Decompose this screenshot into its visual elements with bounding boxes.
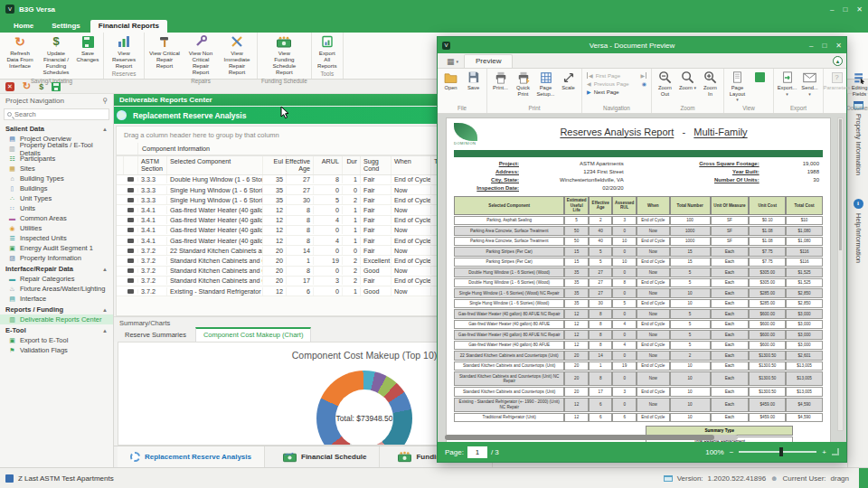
column-header[interactable]: Selected Component <box>167 156 263 174</box>
tab-financial-schedule[interactable]: Financial Schedule <box>270 446 380 467</box>
sidebar-item[interactable]: Fixture Areas/Water/Lighting <box>0 284 113 294</box>
scale-button[interactable]: Scale <box>557 70 580 92</box>
send-button[interactable]: Send... ▾ <box>798 70 821 98</box>
vertical-scrollbar[interactable] <box>837 117 844 431</box>
save-button[interactable]: Save <box>462 70 485 92</box>
info-icon: i <box>854 199 863 209</box>
open-button[interactable]: Open <box>439 70 462 92</box>
next-page-button[interactable]: ▶ Next Page <box>587 89 646 95</box>
quick-print-button[interactable]: Quick Print <box>512 70 534 98</box>
ribbon-collapse-button[interactable]: ▲ <box>833 56 843 66</box>
tab-financial-reports[interactable]: Financial Reports <box>90 20 167 33</box>
view-funding-schedule-button[interactable]: View Funding Schedule Report <box>266 33 302 77</box>
editing-fields-button[interactable]: Editing Fields <box>848 70 868 98</box>
thumbnails-toggle[interactable] <box>749 70 771 85</box>
sidebar-item[interactable]: Deliverable Reports Center <box>0 314 113 324</box>
sidebar-item[interactable]: Repair Categories <box>0 274 113 284</box>
group-tools: Export All Reports Tools <box>312 33 344 79</box>
tab-preview[interactable]: Preview <box>464 54 513 68</box>
pin-icon[interactable]: ⚲ <box>102 97 108 105</box>
current-project: Z Last ASTM Test Apartments <box>18 474 114 483</box>
section-header[interactable]: Reports / Funding ▲ <box>0 304 113 314</box>
sidebar-item[interactable]: Energy Audit Segment 1 <box>0 243 113 253</box>
sidebar-item[interactable]: Validation Flags <box>0 345 113 355</box>
tab-home[interactable]: Home <box>5 20 42 33</box>
doc-field: Gross Square Footage: 19,000 <box>624 161 823 166</box>
dollar-icon[interactable]: $ <box>39 82 43 91</box>
sidebar-item[interactable]: Inspected Units <box>0 233 113 243</box>
cell-selected-component: Single Hung Window (1 - 6 Stories)... <box>167 186 263 194</box>
refresh-data-button[interactable]: ↻ Refresh Data From Interface <box>2 33 38 70</box>
sidebar-item[interactable]: Building Types <box>0 174 113 183</box>
sidebar-item[interactable]: Unit Types <box>0 193 113 203</box>
sidebar-item-icon <box>8 136 16 142</box>
zoom-in-control[interactable]: + <box>822 448 826 456</box>
sidebar-item[interactable]: Buildings <box>0 183 113 193</box>
save-icon[interactable] <box>52 82 61 91</box>
first-page-button[interactable]: ◀ First Page ▶ <box>587 72 646 79</box>
minimize-button[interactable]: – <box>809 42 813 50</box>
column-header[interactable]: Dur <box>343 156 361 174</box>
sidebar-item[interactable]: Export to E-Tool <box>0 335 113 345</box>
sidebar-item[interactable]: Property Details / E-Tool Details <box>0 144 113 154</box>
dock-tab-help-information[interactable]: i Help/Information <box>854 199 863 263</box>
sidebar-item[interactable]: Property Information <box>0 253 113 263</box>
column-header[interactable]: Effective Age <box>287 156 314 174</box>
tab-reserve-summaries[interactable]: Reserve Summaries <box>118 329 193 342</box>
export-button[interactable]: Export... ▾ <box>776 70 798 98</box>
column-header[interactable]: Sugg Cond <box>361 156 392 174</box>
cell-dur: 2 <box>343 257 361 265</box>
button-label: View Funding Schedule Report <box>268 50 300 76</box>
tab-component-cost-makeup[interactable]: Component Cost Makeup (Chart) <box>195 327 311 342</box>
app-menu-button[interactable]: ▦▾ <box>441 57 464 68</box>
restore-button[interactable]: □ <box>843 5 847 14</box>
view-reserves-report-button[interactable]: View Reserves Report <box>106 33 142 70</box>
zoom-out-control[interactable]: − <box>730 448 734 456</box>
cell-eul: 12 <box>263 226 287 234</box>
close-button[interactable]: ✕ <box>856 5 863 14</box>
search-input[interactable] <box>14 110 106 118</box>
export-all-reports-button[interactable]: Export All Reports <box>314 33 341 70</box>
preview-window-title: Versa - Document Preview <box>455 42 809 50</box>
zoom-slider[interactable] <box>739 451 816 453</box>
update-financial-button[interactable]: $ Update Financial / Funding Schedules <box>38 33 74 77</box>
sidebar-item[interactable]: Units <box>0 203 113 213</box>
excel-export-icon[interactable]: ✕ <box>5 82 14 91</box>
tab-replacement-reserve-analysis[interactable]: Replacement Reserve Analysis <box>118 446 265 467</box>
view-immediate-repair-button[interactable]: View Immediate Repair Report <box>219 33 255 77</box>
close-button[interactable]: ✕ <box>835 42 842 50</box>
minimize-button[interactable]: – <box>830 5 834 14</box>
previous-page-button[interactable]: ◀ Previous Page ◉ <box>587 80 646 87</box>
zoom-slider-thumb[interactable] <box>779 447 783 456</box>
refresh-icon[interactable]: ↻ <box>23 81 31 91</box>
section-header[interactable]: Salient Data ▲ <box>0 123 113 134</box>
column-header[interactable]: When <box>392 156 431 174</box>
tab-settings[interactable]: Settings <box>43 20 89 33</box>
zoom-button[interactable]: Zoom ▾ <box>676 70 699 92</box>
column-header[interactable]: ASTM Section <box>138 156 167 174</box>
save-changes-button[interactable]: Save Changes <box>74 33 101 63</box>
horizontal-scrollbar[interactable] <box>445 435 738 440</box>
page-number-input[interactable] <box>467 446 487 458</box>
sidebar-item[interactable]: Interface <box>0 294 113 304</box>
print-button[interactable]: Print... <box>489 70 512 92</box>
section-header[interactable]: Interface/Repair Data ▲ <box>0 263 113 274</box>
sidebar-item[interactable]: Common Areas <box>0 213 113 223</box>
view-critical-repair-button[interactable]: View Critical Repair Report <box>146 33 183 70</box>
page-layout-button[interactable]: Page Layout ▾ <box>726 70 749 104</box>
sidebar-item[interactable]: Sites <box>0 164 113 174</box>
resize-grip[interactable] <box>859 468 868 488</box>
column-header[interactable]: Eul <box>263 156 287 174</box>
restore-button[interactable]: □ <box>822 42 826 50</box>
zoom-in-button[interactable]: Zoom In <box>699 70 722 98</box>
sidebar-item-label: Validation Flags <box>20 346 68 354</box>
section-header[interactable]: E-Tool ▲ <box>0 324 113 335</box>
button-label: Zoom Out <box>656 85 675 97</box>
sidebar-item[interactable]: Utilities <box>0 223 113 233</box>
page-setup-button[interactable]: Page Setup... <box>534 70 557 98</box>
resize-grip-icon[interactable] <box>832 448 839 455</box>
zoom-out-button[interactable]: Zoom Out <box>654 70 676 98</box>
report-page: DOMINION Reserves Analysis Report - Mult… <box>446 117 831 442</box>
column-header[interactable]: ARUL <box>314 156 343 174</box>
view-non-critical-repair-button[interactable]: View Non Critical Repair Report <box>183 33 219 77</box>
